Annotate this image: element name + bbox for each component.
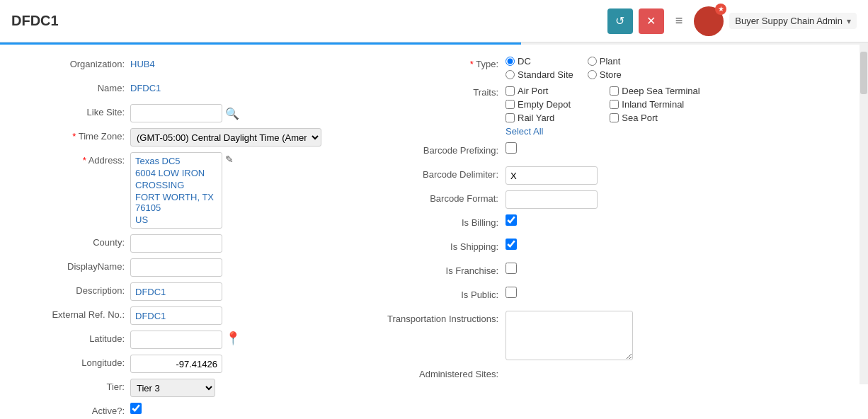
map-icon[interactable]: 📍 (225, 331, 241, 346)
longitude-input[interactable] (130, 355, 222, 373)
header: DFDC1 ↺ ✕ ≡ ★ Buyer Suppy Chain Admin ▾ (0, 0, 868, 42)
name-value: DFDC1 (130, 80, 161, 93)
address-edit-icon[interactable]: ✎ (225, 154, 234, 165)
display-name-label: DisplayName: (17, 258, 130, 272)
main-content: Organization: HUB4 Name: DFDC1 Like Site… (0, 45, 868, 419)
address-label: Address: (17, 152, 130, 166)
menu-button[interactable]: ≡ (670, 11, 689, 31)
traits-container: Air Port Deep Sea Terminal Empty Depot (506, 86, 700, 137)
transport-label: Transportation Instructions: (350, 311, 506, 324)
trait-deep-checkbox[interactable] (610, 86, 619, 96)
county-input[interactable] (130, 234, 222, 253)
address-line-2: 6004 LOW IRON (135, 168, 217, 178)
form-left: Organization: HUB4 Name: DFDC1 Like Site… (17, 56, 321, 419)
active-row: Active?: (17, 403, 321, 419)
tier-row: Tier: Tier 1 Tier 2 Tier 3 Tier 4 (17, 379, 321, 397)
longitude-label: Longitude: (17, 355, 130, 368)
trait-sea-checkbox[interactable] (610, 113, 619, 122)
barcode-prefix-checkbox[interactable] (506, 142, 517, 154)
longitude-row: Longitude: (17, 355, 321, 373)
avatar-wrap: ★ (694, 6, 724, 36)
trait-air-checkbox[interactable] (506, 86, 515, 96)
is-billing-row: Is Billing: (350, 214, 851, 233)
type-row: Type: DC Standard Site (350, 56, 851, 80)
type-plant-radio[interactable] (588, 57, 597, 66)
trait-empty-checkbox[interactable] (506, 100, 515, 109)
is-shipping-checkbox[interactable] (506, 239, 517, 250)
trait-sea-label[interactable]: Sea Port (622, 113, 658, 123)
timezone-label: Time Zone: (17, 128, 130, 142)
active-checkbox[interactable] (130, 403, 142, 414)
trait-inland-checkbox[interactable] (610, 100, 619, 109)
trait-air-label[interactable]: Air Port (518, 86, 548, 96)
close-button[interactable]: ✕ (639, 8, 664, 34)
refresh-button[interactable]: ↺ (607, 8, 633, 34)
address-box: Texas DC5 6004 LOW IRON CROSSING FORT WO… (130, 152, 222, 229)
timezone-select[interactable]: (GMT-05:00) Central Daylight Time (Ameri… (130, 128, 321, 147)
type-group-right: Plant Store (588, 56, 622, 80)
active-label: Active?: (17, 403, 130, 416)
is-franchise-label: Is Franchise: (350, 263, 506, 276)
type-standard-item: Standard Site (506, 69, 573, 80)
tier-select[interactable]: Tier 1 Tier 2 Tier 3 Tier 4 (130, 379, 215, 397)
organization-value: HUB4 (130, 56, 155, 69)
type-store-label[interactable]: Store (600, 69, 622, 80)
header-actions: ↺ ✕ ≡ ★ Buyer Suppy Chain Admin ▾ (607, 6, 857, 36)
select-all-link[interactable]: Select All (506, 126, 543, 137)
barcode-delimiter-input[interactable] (506, 166, 598, 185)
is-shipping-label: Is Shipping: (350, 239, 506, 252)
like-site-label: Like Site: (17, 104, 130, 117)
external-ref-row: External Ref. No.: (17, 306, 321, 325)
address-wrap: Texas DC5 6004 LOW IRON CROSSING FORT WO… (130, 152, 234, 229)
external-ref-label: External Ref. No.: (17, 306, 130, 320)
is-shipping-row: Is Shipping: (350, 239, 851, 257)
chevron-down-icon: ▾ (847, 16, 851, 26)
transport-row: Transportation Instructions: (350, 311, 851, 360)
type-standard-label[interactable]: Standard Site (518, 69, 573, 80)
like-site-input[interactable] (130, 104, 222, 122)
barcode-format-label: Barcode Format: (350, 190, 506, 204)
trait-empty-depot: Empty Depot (506, 99, 595, 110)
user-name: Buyer Suppy Chain Admin (735, 16, 843, 26)
barcode-delimiter-label: Barcode Delimiter: (350, 166, 506, 180)
trait-air-port: Air Port (506, 86, 595, 96)
is-billing-checkbox[interactable] (506, 214, 517, 226)
trait-rail-label[interactable]: Rail Yard (518, 113, 554, 123)
display-name-input[interactable] (130, 258, 222, 277)
like-site-wrap: 🔍 (130, 104, 239, 122)
trait-sea-port: Sea Port (610, 113, 699, 123)
display-name-row: DisplayName: (17, 258, 321, 277)
avatar-badge: ★ (715, 4, 726, 15)
latitude-input[interactable] (130, 331, 222, 349)
traits-label: Traits: (350, 86, 506, 98)
is-public-checkbox[interactable] (506, 287, 517, 298)
trait-inland-terminal: Inland Terminal (610, 99, 699, 110)
description-input[interactable] (130, 282, 222, 301)
search-icon[interactable]: 🔍 (225, 107, 239, 120)
trait-rail-checkbox[interactable] (506, 113, 515, 122)
trait-inland-label[interactable]: Inland Terminal (622, 99, 684, 110)
is-franchise-checkbox[interactable] (506, 263, 517, 274)
barcode-prefix-row: Barcode Prefixing: (350, 142, 851, 161)
barcode-prefix-label: Barcode Prefixing: (350, 142, 506, 156)
user-dropdown[interactable]: Buyer Suppy Chain Admin ▾ (729, 13, 857, 29)
description-row: Description: (17, 282, 321, 301)
type-store-radio[interactable] (588, 70, 597, 79)
trait-empty-label[interactable]: Empty Depot (518, 99, 571, 110)
type-dc-label[interactable]: DC (518, 56, 531, 67)
type-group-left: DC Standard Site (506, 56, 573, 80)
description-label: Description: (17, 282, 130, 296)
transport-textarea[interactable] (506, 311, 633, 360)
is-public-label: Is Public: (350, 287, 506, 300)
type-plant-label[interactable]: Plant (600, 56, 621, 67)
external-ref-input[interactable] (130, 306, 222, 325)
vertical-scrollbar[interactable] (860, 45, 868, 384)
administered-content (506, 366, 576, 380)
barcode-format-input[interactable] (506, 190, 598, 209)
barcode-delimiter-row: Barcode Delimiter: (350, 166, 851, 185)
type-standard-radio[interactable] (506, 70, 515, 79)
trait-deep-label[interactable]: Deep Sea Terminal (622, 86, 699, 96)
type-dc-radio[interactable] (506, 57, 515, 66)
type-dc-item: DC (506, 56, 573, 67)
name-label: Name: (17, 80, 130, 93)
